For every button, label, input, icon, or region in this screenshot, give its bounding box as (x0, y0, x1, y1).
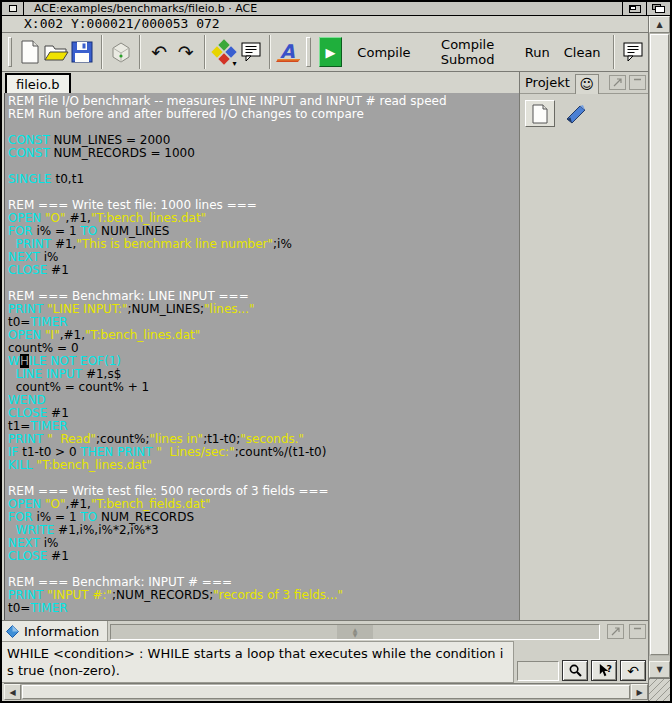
horizontal-scrollbar[interactable]: ◀ ▶ (4, 683, 648, 700)
cursor-position-status: X:002 Y:000021/000053 072 (2, 16, 648, 32)
resize-gadget[interactable] (648, 678, 670, 701)
context-help-button[interactable]: ? (591, 660, 617, 681)
help-text: WHILE <condition> : WHILE starts a loop … (2, 641, 514, 683)
run-button[interactable]: ▶ (319, 37, 343, 67)
window-title: ACE:examples/benchmarks/fileio.b · ACE (24, 2, 622, 15)
smiley-tab[interactable]: ☺ (575, 74, 599, 94)
compile-submod-button[interactable]: Compile Submod (418, 37, 518, 67)
toolbar: ↶ ↷ ▾ A ▶ Compile Compile Submod Run Cle… (2, 33, 648, 72)
vertical-scrollbar[interactable]: ▲ ▼ (648, 16, 670, 678)
window-depth-gadget[interactable] (646, 2, 670, 15)
information-panel-title: Information (24, 624, 99, 639)
code-line: CONST NUM_RECORDS = 1000 (8, 147, 519, 160)
arrow-up-icon: ▲ (656, 20, 662, 29)
splitter-handle[interactable]: ▲ ▼ (337, 625, 373, 639)
compile-button[interactable]: Compile (350, 37, 417, 67)
scroll-right-button[interactable]: ▶ (631, 684, 648, 700)
chevron-down-icon: ▾ (232, 59, 236, 68)
titlebar[interactable]: ACE:examples/benchmarks/fileio.b · ACE (2, 2, 670, 16)
new-file-icon (19, 40, 41, 64)
svg-text:A: A (280, 40, 295, 62)
code-editor[interactable]: REM File I/O benchmark -- measures LINE … (4, 93, 519, 620)
undo-icon: ↶ (151, 43, 167, 62)
horizontal-scrollbar-track[interactable] (21, 684, 631, 700)
smiley-icon: ☺ (580, 77, 595, 91)
play-icon: ▶ (325, 45, 335, 60)
save-icon (71, 41, 93, 63)
info-expand-button[interactable] (607, 624, 624, 639)
open-folder-icon (43, 41, 69, 63)
code-line: NEXT i% (8, 537, 519, 550)
scroll-left-button[interactable]: ◀ (4, 684, 21, 700)
save-file-button[interactable] (69, 36, 95, 68)
search-button[interactable] (562, 660, 588, 681)
project-panel-header: Projekt ☺ (520, 72, 648, 94)
redo-icon: ↷ (178, 43, 194, 62)
code-line: PRINT "INPUT #:";NUM_RECORDS;"records of… (8, 589, 519, 602)
revert-button[interactable]: ↶ (620, 660, 646, 681)
new-project-item-button[interactable] (525, 100, 555, 127)
help-bubble-button[interactable] (620, 36, 646, 68)
tab-fileio[interactable]: fileio.b (5, 73, 71, 93)
close-icon (9, 5, 17, 12)
ace-logo-icon: A (276, 40, 302, 64)
code-line: PRINT "LINE INPUT:";NUM_LINES;"lines..." (8, 303, 519, 316)
comment-button[interactable] (237, 36, 263, 68)
colors-button[interactable]: ▾ (211, 36, 237, 68)
info-diamond-icon (6, 625, 19, 638)
open-file-button[interactable] (43, 36, 69, 68)
code-line: KILL "T:bench_lines.dat" (8, 459, 519, 472)
search-input[interactable] (517, 661, 559, 681)
code-line: NEXT i% (8, 251, 519, 264)
code-line: SINGLE t0,t1 (8, 173, 519, 186)
svg-text:?: ? (606, 663, 611, 674)
information-panel-header: Information ▲ ▼ (2, 621, 648, 641)
code-line: CLOSE #1 (8, 550, 519, 563)
vertical-scrollbar-thumb[interactable] (650, 34, 669, 655)
scroll-up-button[interactable]: ▲ (649, 16, 670, 33)
code-line: PRINT #1,"This is benchmark line number"… (8, 238, 519, 251)
code-line: count% = count% + 1 (8, 381, 519, 394)
undo-button[interactable]: ↶ (146, 36, 172, 68)
arrow-down-icon: ▼ (656, 665, 662, 674)
code-line: REM Run before and after buffered I/O ch… (8, 108, 519, 121)
code-line: WRITE #1,i%,i%*2,i%*3 (8, 524, 519, 537)
collapse-icon (632, 77, 643, 88)
new-file-button[interactable] (16, 36, 42, 68)
expand-icon (612, 77, 623, 88)
window-close-gadget[interactable] (2, 2, 24, 15)
scroll-down-button[interactable]: ▼ (649, 661, 670, 678)
toolbar-separator (204, 35, 206, 69)
panel-splitter[interactable]: ▲ ▼ (110, 624, 600, 640)
ace-logo-button[interactable]: A (276, 36, 302, 68)
window-zoom-gadget[interactable] (622, 2, 646, 15)
project-panel-title: Projekt (525, 75, 570, 90)
search-tools: ? ↶ (514, 641, 648, 683)
toolbar-grip (306, 37, 310, 67)
ace-window: ACE:examples/benchmarks/fileio.b · ACE X… (0, 0, 672, 703)
arrow-right-icon: ▶ (636, 688, 642, 697)
information-tab[interactable]: Information (2, 621, 108, 641)
panel-collapse-button[interactable] (629, 75, 646, 90)
toolbar-separator (101, 35, 103, 69)
vertical-scrollbar-track[interactable] (649, 33, 670, 656)
info-collapse-button[interactable] (629, 624, 646, 639)
depth-icon (652, 4, 665, 13)
page-icon (531, 104, 549, 124)
print-button[interactable] (108, 36, 134, 68)
speech-bubble-icon (621, 40, 645, 64)
code-line: CLOSE #1 (8, 407, 519, 420)
revert-icon: ↶ (627, 663, 639, 679)
clean-button[interactable]: Clean (557, 37, 608, 67)
arrow-left-icon: ◀ (9, 688, 15, 697)
horizontal-scrollbar-thumb[interactable] (22, 685, 630, 699)
toolbar-separator (613, 35, 615, 69)
code-line: OPEN "I",#1,"T:bench_lines.dat" (8, 329, 519, 342)
expand-icon (610, 626, 621, 637)
code-line: CLOSE #1 (8, 264, 519, 277)
panel-expand-button[interactable] (609, 75, 626, 90)
run-text-button[interactable]: Run (518, 37, 557, 67)
code-line: WEND (8, 394, 519, 407)
redo-button[interactable]: ↷ (173, 36, 199, 68)
toolbar-separator (139, 35, 141, 69)
